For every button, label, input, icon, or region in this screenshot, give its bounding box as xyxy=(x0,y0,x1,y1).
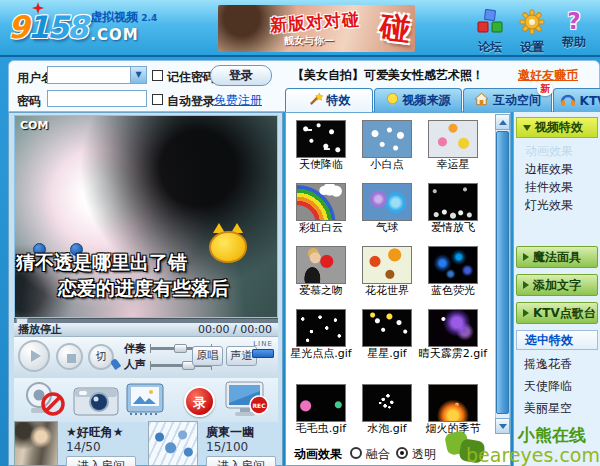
sidebar-item-animation[interactable]: 动画效果 xyxy=(520,143,596,160)
tab-effects[interactable]: 特效 xyxy=(285,88,373,112)
arrow-up-icon xyxy=(499,120,507,125)
record-icon: 录 xyxy=(184,386,215,417)
snapshot-camera-icon xyxy=(72,407,120,421)
effect-thumbnail xyxy=(296,246,346,284)
selected-effect-item[interactable]: 美丽星空 xyxy=(518,398,598,418)
transparent-radio[interactable] xyxy=(396,447,408,459)
tab-video-source[interactable]: 视频来源 xyxy=(374,88,462,112)
remember-password-checkbox[interactable] xyxy=(152,70,163,81)
tab-interactive-space[interactable]: 互动空间 新 xyxy=(463,88,552,112)
username-combobox[interactable]: ▼ xyxy=(47,66,147,84)
effect-label: 爱情放飞 xyxy=(418,222,488,234)
effect-thumbnail xyxy=(296,183,346,221)
video-corner-label: COM xyxy=(20,119,48,132)
photo-album-icon xyxy=(124,407,166,421)
selected-effect-item[interactable]: 摇逸花香 xyxy=(518,354,598,374)
magic-wand-icon xyxy=(308,92,323,110)
nav-forum[interactable]: 论坛 xyxy=(468,9,512,56)
combobox-dropdown-arrow-icon[interactable]: ▼ xyxy=(130,67,146,83)
record-button[interactable]: 录 xyxy=(176,382,224,422)
sidebar-item-light[interactable]: 灯光效果 xyxy=(520,197,596,214)
effect-item[interactable]: 爱情放飞 xyxy=(418,183,488,234)
watermark-domain: beareyes.com xyxy=(466,444,600,466)
playback-status: 播放停止 xyxy=(18,323,62,337)
login-button[interactable]: 登录 xyxy=(210,65,272,86)
logo-version: 2.4 xyxy=(141,13,157,23)
ad-banner[interactable]: 新版对对碰 靓女与你一 碰 xyxy=(218,5,415,52)
effect-item[interactable]: 气球 xyxy=(352,183,422,234)
tab-ktv[interactable]: KTV xyxy=(553,88,600,112)
scroll-up-button[interactable] xyxy=(495,114,510,130)
room-thumbnail[interactable] xyxy=(14,421,58,466)
tab-ktv-label: KTV xyxy=(580,94,600,108)
effect-item[interactable]: 花花世界 xyxy=(352,246,422,297)
room-thumbnail[interactable] xyxy=(148,421,198,466)
play-button[interactable] xyxy=(18,340,50,372)
effect-thumbnail xyxy=(362,120,412,158)
effect-thumbnail xyxy=(428,384,478,422)
effect-item[interactable]: 爱慕之吻 xyxy=(286,246,356,297)
new-badge: 新 xyxy=(537,82,553,96)
effect-item[interactable]: 天使降临 xyxy=(286,120,356,171)
line-in-label: LINE xyxy=(252,340,274,348)
password-label: 密码 xyxy=(17,93,41,110)
effect-item[interactable]: 毛毛虫.gif xyxy=(286,384,356,435)
effect-item[interactable]: 星星.gif xyxy=(352,309,422,360)
free-register-link[interactable]: 免费注册 xyxy=(214,92,262,109)
nav-settings[interactable]: 设置 xyxy=(510,9,554,56)
sidebar-item-border[interactable]: 边框效果 xyxy=(520,161,596,178)
enter-room-button[interactable]: 进入房间 xyxy=(66,456,136,466)
bulb-icon xyxy=(386,92,399,110)
transparent-radio-label: 透明 xyxy=(412,446,436,463)
nav-help[interactable]: ? 帮助 xyxy=(552,9,596,51)
section-add-text[interactable]: 添加文字 xyxy=(516,274,598,296)
password-input[interactable] xyxy=(47,90,147,107)
effect-item[interactable]: 星光点点.gif xyxy=(286,309,356,360)
tab-interactive-space-label: 互动空间 xyxy=(493,92,541,109)
snapshot-button[interactable] xyxy=(72,382,120,422)
effect-label: 晴天霹雳2.gif xyxy=(418,348,488,360)
sidebar-item-pendant[interactable]: 挂件效果 xyxy=(520,179,596,196)
effect-thumbnail xyxy=(296,120,346,158)
effect-item[interactable]: 幸运星 xyxy=(418,120,488,171)
effect-label: 星星.gif xyxy=(352,348,422,360)
section-ktv-songs[interactable]: KTV点歌台 xyxy=(516,302,598,324)
room-name: ★好旺角★ xyxy=(66,424,124,441)
blend-radio-label: 融合 xyxy=(366,446,390,463)
effect-item[interactable]: 晴天霹雳2.gif xyxy=(418,309,488,360)
grid-scrollbar-thumb[interactable] xyxy=(496,131,509,414)
watermark: 小熊在线 beareyes.com xyxy=(440,424,600,466)
switch-button[interactable]: 切 xyxy=(88,344,114,370)
enter-room-button[interactable]: 进入房间 xyxy=(206,456,276,466)
photo-album-button[interactable] xyxy=(124,382,172,422)
lyric-line-1: 猜不透是哪里出了错 xyxy=(16,250,187,276)
blend-radio[interactable] xyxy=(350,447,362,459)
room-count: 14/50 xyxy=(66,440,101,454)
nav-help-label: 帮助 xyxy=(552,34,596,51)
effect-thumbnail xyxy=(428,120,478,158)
section-magic-mask[interactable]: 魔法面具 xyxy=(516,246,598,268)
promo-text: 【美女自拍】可爱美女性感艺术照！ xyxy=(292,67,484,84)
line-in-toggle[interactable]: LINE xyxy=(252,340,274,358)
section-video-effects[interactable]: 视频特效 xyxy=(516,117,598,138)
selected-effect-item[interactable]: 天使降临 xyxy=(518,376,598,396)
tab-video-source-label: 视频来源 xyxy=(403,92,451,109)
effect-item[interactable]: 彩虹白云 xyxy=(286,183,356,234)
stop-button[interactable] xyxy=(56,343,83,370)
svg-text:REC: REC xyxy=(252,402,266,409)
switch-button-label: 切 xyxy=(90,346,112,368)
accompaniment-slider-thumb[interactable] xyxy=(174,344,187,353)
camera-off-button[interactable] xyxy=(22,380,70,420)
auto-login-checkbox[interactable] xyxy=(152,94,163,105)
banner-subtitle: 靓女与你一 xyxy=(284,34,334,48)
effect-item[interactable]: 蓝色荧光 xyxy=(418,246,488,297)
cat-sticker xyxy=(205,223,251,267)
effect-label: 彩虹白云 xyxy=(286,222,356,234)
original-vocal-button[interactable]: 原唱 xyxy=(192,346,223,366)
logo-number: 9158 xyxy=(8,6,86,48)
effect-item[interactable]: 水泡.gif xyxy=(352,384,422,435)
chevron-right-icon xyxy=(523,281,529,289)
settings-gear-icon xyxy=(518,24,546,38)
effect-item[interactable]: 小白点 xyxy=(352,120,422,171)
screen-record-button[interactable]: REC xyxy=(222,380,270,420)
